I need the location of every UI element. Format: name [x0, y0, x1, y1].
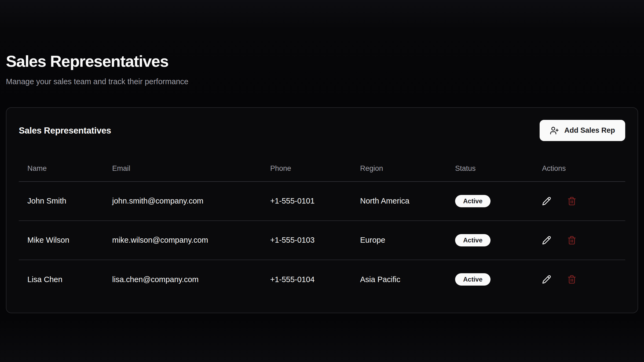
- user-plus-icon: [550, 126, 559, 135]
- trash-icon: [567, 197, 576, 206]
- trash-icon: [567, 236, 576, 245]
- region-cell: Europe: [352, 221, 447, 260]
- sales-representatives-page: Sales Representatives Manage your sales …: [0, 0, 644, 313]
- card-header: Sales Representatives Add Sales Rep: [19, 120, 625, 142]
- add-sales-rep-button-label: Add Sales Rep: [564, 126, 615, 135]
- edit-button[interactable]: [542, 236, 551, 245]
- phone-cell: +1-555-0101: [262, 182, 352, 221]
- table-row: John Smith john.smith@company.com +1-555…: [19, 182, 625, 221]
- name-cell: John Smith: [19, 182, 104, 221]
- status-cell: Active: [447, 182, 533, 221]
- delete-button[interactable]: [567, 236, 576, 245]
- delete-button[interactable]: [567, 275, 576, 284]
- page-title: Sales Representatives: [6, 0, 638, 70]
- name-cell: Lisa Chen: [19, 260, 104, 299]
- status-cell: Active: [447, 221, 533, 260]
- status-badge: Active: [455, 195, 491, 207]
- status-badge: Active: [455, 273, 491, 286]
- phone-cell: +1-555-0103: [262, 221, 352, 260]
- actions-cell: [533, 260, 625, 299]
- name-cell: Mike Wilson: [19, 221, 104, 260]
- status-badge: Active: [455, 234, 491, 246]
- email-cell: john.smith@company.com: [104, 182, 262, 221]
- column-header-phone: Phone: [262, 156, 352, 182]
- status-cell: Active: [447, 260, 533, 299]
- delete-button[interactable]: [567, 197, 576, 206]
- add-sales-rep-button[interactable]: Add Sales Rep: [540, 120, 625, 141]
- edit-button[interactable]: [542, 197, 551, 206]
- trash-icon: [567, 275, 576, 284]
- email-cell: lisa.chen@company.com: [104, 260, 262, 299]
- table-header-row: Name Email Phone Region Status Actions: [19, 156, 625, 182]
- table-row: Mike Wilson mike.wilson@company.com +1-5…: [19, 221, 625, 260]
- table-row: Lisa Chen lisa.chen@company.com +1-555-0…: [19, 260, 625, 299]
- email-cell: mike.wilson@company.com: [104, 221, 262, 260]
- column-header-actions: Actions: [533, 156, 625, 182]
- page-subtitle: Manage your sales team and track their p…: [6, 77, 638, 87]
- column-header-status: Status: [447, 156, 533, 182]
- column-header-region: Region: [352, 156, 447, 182]
- pencil-icon: [542, 275, 551, 284]
- sales-reps-table: Name Email Phone Region Status Actions J…: [19, 156, 625, 299]
- actions-cell: [533, 221, 625, 260]
- sales-representatives-card: Sales Representatives Add Sales Rep: [6, 107, 638, 313]
- pencil-icon: [542, 236, 551, 245]
- column-header-email: Email: [104, 156, 262, 182]
- card-title: Sales Representatives: [19, 125, 111, 136]
- edit-button[interactable]: [542, 275, 551, 284]
- actions-cell: [533, 182, 625, 221]
- phone-cell: +1-555-0104: [262, 260, 352, 299]
- pencil-icon: [542, 197, 551, 206]
- region-cell: North America: [352, 182, 447, 221]
- region-cell: Asia Pacific: [352, 260, 447, 299]
- column-header-name: Name: [19, 156, 104, 182]
